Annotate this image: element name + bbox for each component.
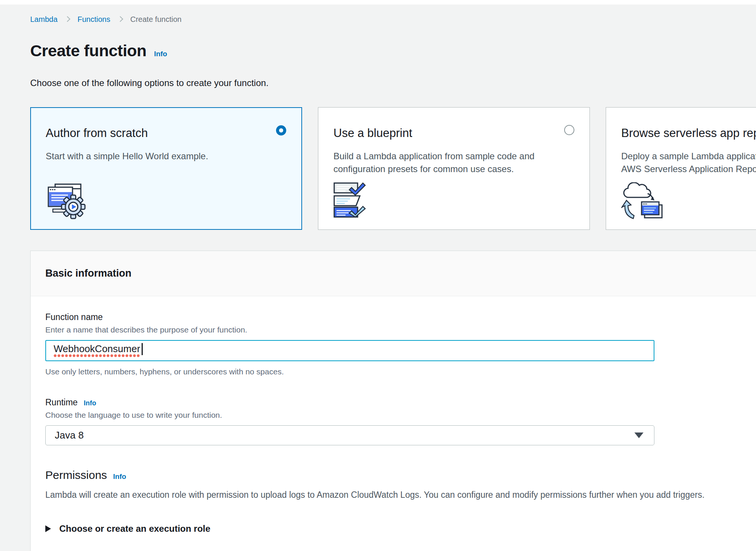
- card-use-a-blueprint[interactable]: Use a blueprint Build a Lambda applicati…: [318, 107, 590, 230]
- runtime-info-link[interactable]: Info: [84, 399, 96, 407]
- permissions-description: Lambda will create an execution role wit…: [45, 490, 756, 500]
- permissions-title: Permissions: [45, 469, 107, 482]
- function-name-label: Function name: [45, 312, 756, 322]
- radio-use-a-blueprint[interactable]: [564, 125, 574, 135]
- card-description-line: configuration presets for common use cas…: [333, 163, 574, 175]
- runtime-help: Choose the language to use to write your…: [45, 411, 756, 420]
- permissions-info-link[interactable]: Info: [113, 473, 126, 481]
- basic-information-panel: Basic information Function name Enter a …: [30, 251, 756, 551]
- breadcrumb-current: Create function: [130, 15, 182, 24]
- chevron-right-icon: [65, 16, 71, 22]
- creation-option-cards: Author from scratch Start with a simple …: [30, 107, 756, 230]
- create-function-info-link[interactable]: Info: [154, 50, 167, 58]
- breadcrumb-link-lambda[interactable]: Lambda: [30, 15, 57, 24]
- card-description-line: Deploy a sample Lambda application from …: [621, 150, 756, 163]
- function-name-help: Enter a name that describes the purpose …: [45, 325, 756, 334]
- blueprint-icon: [333, 182, 371, 219]
- card-description-line: AWS Serverless Application Repository: [621, 163, 756, 175]
- function-name-field: Function name Enter a name that describe…: [45, 312, 756, 376]
- panel-header: Basic information: [31, 251, 756, 296]
- dropdown-arrow-icon: [634, 432, 643, 438]
- radio-author-from-scratch[interactable]: [276, 125, 286, 135]
- card-author-from-scratch[interactable]: Author from scratch Start with a simple …: [30, 107, 302, 230]
- top-strip: [0, 0, 756, 5]
- author-from-scratch-icon: [46, 183, 87, 221]
- card-description-line: Build a Lambda application from sample c…: [333, 150, 574, 163]
- breadcrumb-link-functions[interactable]: Functions: [77, 15, 110, 24]
- execution-role-expander[interactable]: Choose or create an execution role: [45, 523, 756, 534]
- runtime-field: Runtime Info Choose the language to use …: [45, 397, 756, 445]
- page-title: Create function: [30, 42, 147, 60]
- text-cursor: [142, 343, 143, 355]
- function-name-value: WebhookConsumer: [54, 343, 140, 358]
- serverless-app-repository-icon: [621, 182, 667, 223]
- card-title: Browse serverless app repository: [621, 126, 756, 140]
- page-subtitle: Choose one of the following options to c…: [30, 78, 268, 88]
- runtime-select[interactable]: Java 8: [45, 425, 654, 445]
- runtime-label: Runtime: [45, 397, 78, 408]
- execution-role-expander-label: Choose or create an execution role: [59, 523, 210, 534]
- expander-triangle-icon: [45, 525, 51, 532]
- permissions-section: Permissions Info Lambda will create an e…: [45, 469, 756, 534]
- card-description: Start with a simple Hello World example.: [46, 150, 287, 163]
- function-name-constraint: Use only letters, numbers, hyphens, or u…: [45, 367, 756, 376]
- card-title: Author from scratch: [46, 126, 287, 140]
- card-browse-serverless-app-repository[interactable]: Browse serverless app repository Deploy …: [606, 107, 756, 230]
- panel-title: Basic information: [45, 268, 131, 279]
- chevron-right-icon: [117, 16, 123, 22]
- runtime-selected-value: Java 8: [55, 429, 84, 441]
- function-name-input[interactable]: WebhookConsumer: [45, 340, 654, 361]
- card-title: Use a blueprint: [333, 126, 574, 140]
- breadcrumb: Lambda Functions Create function: [30, 15, 182, 24]
